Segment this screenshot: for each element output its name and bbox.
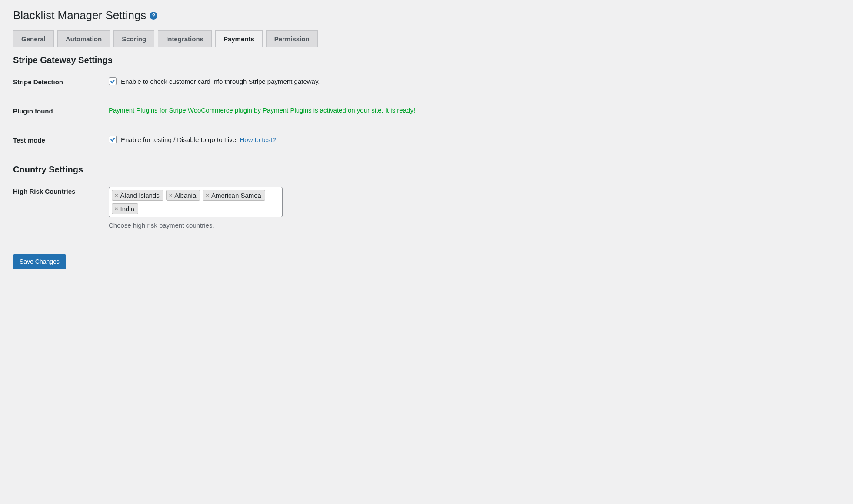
tab-integrations[interactable]: Integrations (158, 30, 212, 47)
page-title: Blacklist Manager Settings ? (13, 9, 840, 22)
how-to-test-link[interactable]: How to test? (240, 136, 276, 143)
test-mode-text: Enable for testing / Disable to go to Li… (121, 136, 276, 143)
country-section-heading: Country Settings (13, 165, 840, 175)
country-tag: × Åland Islands (112, 190, 163, 201)
close-icon[interactable]: × (206, 192, 209, 199)
page-title-text: Blacklist Manager Settings (13, 9, 146, 22)
high-risk-countries-select[interactable]: × Åland Islands × Albania × American Sam… (109, 187, 283, 217)
tab-general[interactable]: General (13, 30, 54, 47)
country-tag: × Albania (166, 190, 200, 201)
help-icon[interactable]: ? (150, 12, 157, 20)
country-tag: × American Samoa (203, 190, 265, 201)
plugin-found-label: Plugin found (13, 106, 109, 115)
country-tag: × India (112, 203, 138, 214)
close-icon[interactable]: × (115, 192, 118, 199)
stripe-section-heading: Stripe Gateway Settings (13, 55, 840, 65)
test-mode-label: Test mode (13, 136, 109, 144)
high-risk-label: High Risk Countries (13, 187, 109, 195)
tab-permission[interactable]: Permission (266, 30, 318, 47)
plugin-found-text: Payment Plugins for Stripe WooCommerce p… (109, 106, 415, 114)
tab-automation[interactable]: Automation (57, 30, 110, 47)
test-mode-checkbox[interactable] (109, 136, 117, 143)
close-icon[interactable]: × (115, 206, 118, 212)
stripe-detection-label: Stripe Detection (13, 77, 109, 86)
tab-scoring[interactable]: Scoring (113, 30, 154, 47)
stripe-detection-checkbox[interactable] (109, 77, 117, 85)
tab-payments[interactable]: Payments (215, 30, 263, 47)
close-icon[interactable]: × (169, 192, 173, 199)
high-risk-help-text: Choose high risk payment countries. (109, 222, 840, 229)
save-button[interactable]: Save Changes (13, 254, 66, 269)
tabs-nav: General Automation Scoring Integrations … (13, 30, 840, 47)
stripe-detection-text: Enable to check customer card info throu… (121, 78, 320, 85)
